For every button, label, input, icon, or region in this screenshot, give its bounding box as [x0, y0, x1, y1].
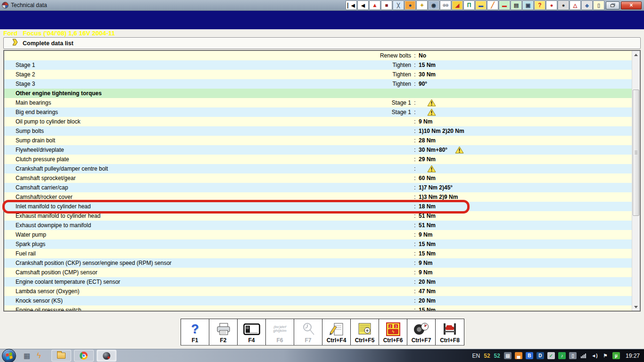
vertical-scrollbar[interactable] — [632, 51, 640, 311]
table-row[interactable]: Oil pump to cylinder block:9 Nm — [4, 117, 632, 126]
bluetooth-icon[interactable]: B — [526, 352, 533, 359]
fkey-ctrl-f8-button[interactable]: Ctrl+F8 — [436, 319, 464, 345]
tyre-icon[interactable]: ● — [558, 0, 569, 10]
gauge-icon[interactable]: ◉ — [428, 0, 439, 10]
printer-status-icon[interactable]: ✓ — [547, 352, 555, 359]
table-row[interactable]: Renew bolts:No — [4, 51, 632, 60]
row-label: Exhaust manifold to cylinder head — [4, 213, 322, 219]
section-row[interactable]: Other engine tightening torques — [4, 89, 632, 98]
table-row[interactable]: Engine coolant temperature (ECT) sensor:… — [4, 277, 632, 287]
row-value — [419, 108, 632, 116]
table-row[interactable]: Big end bearingsStage 1: — [4, 107, 632, 117]
warning-icon — [427, 108, 436, 116]
row-value: 30 Nm — [419, 71, 632, 78]
fkey-ctrl-f5-button[interactable]: +Ctrl+F5 — [351, 319, 379, 345]
warning-lights-icon[interactable]: △ — [570, 0, 581, 10]
winamp-icon[interactable]: ϟ — [37, 352, 41, 360]
close-button[interactable]: × — [621, 1, 642, 9]
table-row[interactable]: Crankshaft position (CKP) sensor/engine … — [4, 258, 632, 268]
screwdriver-icon[interactable]: ╱ — [487, 0, 498, 10]
fkey-ctrl-f4-button[interactable]: Ctrl+F4 — [322, 319, 351, 345]
temp-monitor-yellow: 52 — [484, 353, 490, 359]
car-monitor-icon[interactable]: ▄ — [515, 352, 522, 359]
nav-first-icon[interactable]: ◀ — [346, 0, 357, 10]
parts-icon[interactable]: ◆ — [581, 0, 593, 10]
row-param: Tighten — [322, 71, 411, 78]
viewer-icon[interactable]: D — [537, 352, 544, 359]
table-row[interactable]: Clutch pressure plate:29 Nm — [4, 155, 632, 164]
fkey-f2-button[interactable]: F2 — [209, 319, 238, 345]
table-row[interactable]: Camshaft position (CMP) sensor:9 Nm — [4, 268, 632, 277]
fkey-f6-button: (bc)defghijklmF6 — [266, 319, 294, 345]
technical-icon[interactable]: ▣ — [522, 0, 534, 10]
fkey-ctrl-f7-button[interactable]: Ctrl+F7 — [407, 319, 436, 345]
table-row[interactable]: Stage 1Tighten:15 Nm — [4, 60, 632, 70]
display-icon[interactable]: ▤ — [504, 352, 512, 359]
calculator-icon[interactable]: ▦ — [24, 352, 30, 359]
table-row[interactable]: Camshaft sprocket/gear:60 Nm — [4, 173, 632, 183]
fkey-f1-button[interactable]: ?F1 — [181, 319, 209, 345]
row-value: 9 Nm — [419, 118, 632, 125]
table-row[interactable]: Flywheel/driveplate:30 Nm+80° — [4, 145, 632, 155]
scroll-down-button[interactable] — [632, 303, 640, 311]
window-title: Technical data — [11, 2, 47, 8]
printer-icon[interactable]: ▤ — [511, 0, 522, 10]
flag-icon[interactable]: ⚑ — [602, 352, 609, 359]
taskbar-app-chrome[interactable] — [74, 350, 94, 362]
row-value: 1)3 Nm 2)9 Nm — [419, 194, 632, 200]
nav-back-icon[interactable]: ◀ — [357, 0, 369, 10]
table-row[interactable]: Camshaft carrier/cap:1)7 Nm 2)45° — [4, 183, 632, 192]
table-row[interactable]: Exhaust downpipe to manifold:51 Nm — [4, 221, 632, 230]
row-colon: : — [411, 156, 419, 163]
warning-icon — [427, 99, 436, 107]
airbag-icon[interactable]: ● — [546, 0, 557, 10]
service-tools-icon[interactable]: ╳ — [393, 0, 404, 10]
table-row[interactable]: Sump drain bolt:28 Nm — [4, 136, 632, 145]
table-row-highlighted[interactable]: Inlet manifold to cylinder head:18 Nm — [4, 202, 632, 211]
taskbar-app-autodata[interactable] — [97, 350, 116, 362]
taskbar-app-explorer[interactable] — [51, 350, 71, 362]
lift-icon[interactable]: Π — [463, 0, 475, 10]
press-tool-icon[interactable]: ■ — [381, 0, 392, 10]
table-row[interactable]: Camshaft/rocker cover:1)3 Nm 2)9 Nm — [4, 192, 632, 202]
pulleys-icon[interactable]: ◎◎ — [440, 0, 451, 10]
table-row[interactable]: Lambda sensor (Oxygen):47 Nm — [4, 287, 632, 296]
language-indicator[interactable]: EN — [472, 353, 480, 359]
table-row[interactable]: Crankshaft pulley/damper centre bolt: — [4, 164, 632, 173]
table-row[interactable]: Fuel rail:15 Nm — [4, 249, 632, 258]
scroll-up-button[interactable] — [632, 51, 640, 58]
switch-icon[interactable]: ▯ — [593, 0, 604, 10]
key-icon[interactable]: ✦ — [416, 0, 428, 10]
music-icon[interactable]: ♪ — [558, 352, 566, 359]
utorrent-icon[interactable]: µ — [612, 352, 620, 359]
start-button[interactable] — [2, 349, 16, 362]
network-icon[interactable] — [580, 352, 587, 359]
fkey-f4-button[interactable]: F4 — [238, 319, 266, 345]
table-row[interactable]: Stage 2Tighten:30 Nm — [4, 70, 632, 79]
table-row[interactable]: Spark plugs:15 Nm — [4, 239, 632, 249]
row-param: Renew bolts — [322, 52, 411, 59]
diagnostics-icon[interactable]: ? — [534, 0, 545, 10]
row-colon: : — [411, 307, 419, 311]
timing-clock-icon[interactable]: ● — [405, 0, 416, 10]
table-row[interactable]: Knock sensor (KS):20 Nm — [4, 296, 632, 305]
time-search-icon — [301, 321, 315, 337]
table-row[interactable]: Sump bolts:1)10 Nm 2)20 Nm — [4, 126, 632, 136]
table-row[interactable]: Exhaust manifold to cylinder head:51 Nm — [4, 211, 632, 221]
row-colon: : — [411, 99, 419, 106]
towing-icon[interactable]: ▬ — [475, 0, 487, 10]
bodywork-icon[interactable]: ▬ — [499, 0, 510, 10]
table-row[interactable]: Water pump:9 Nm — [4, 230, 632, 239]
table-row[interactable]: Main bearingsStage 1: — [4, 98, 632, 107]
volume-icon[interactable]: ◄) — [591, 352, 598, 359]
table-row[interactable]: Stage 3Tighten:90° — [4, 79, 632, 89]
restore-button[interactable] — [606, 1, 619, 9]
warning-icon[interactable]: ▲ — [369, 0, 380, 10]
clock[interactable]: 19:27 — [626, 353, 640, 359]
clipboard-icon[interactable]: ▯ — [569, 352, 577, 359]
table-row[interactable]: Engine oil pressure switch:15 Nm — [4, 305, 632, 311]
scroll-thumb[interactable] — [633, 90, 639, 216]
fkey-ctrl-f6-button[interactable]: 23ϟCtrl+F6 — [379, 319, 407, 345]
svg-text:3: 3 — [395, 324, 397, 328]
ramp-icon[interactable]: ◢ — [452, 0, 463, 10]
